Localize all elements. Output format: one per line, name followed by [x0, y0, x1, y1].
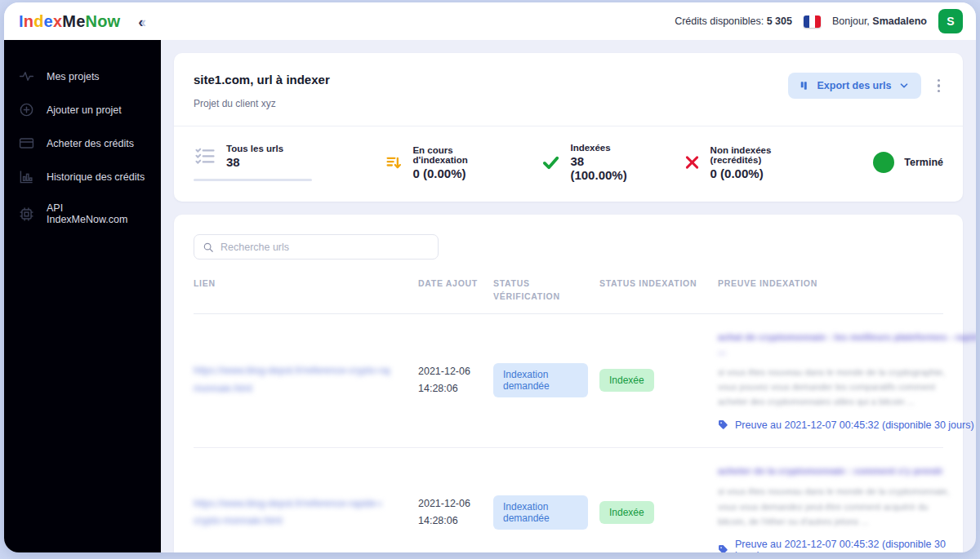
sidebar-item-label: Acheter des crédits	[47, 138, 134, 149]
user-name: Smadaleno	[872, 16, 927, 27]
main-content: site1.com, url à indexer Projet du clien…	[161, 40, 976, 552]
status-verification-cell: Indexation demandée	[493, 495, 599, 530]
urls-table: Lien Date ajout Status vérification Stat…	[194, 277, 943, 552]
logo-letter: w	[108, 12, 121, 30]
stat-value: 38 (100.00%)	[570, 154, 630, 182]
stat-value: 0 (0.00%)	[710, 166, 804, 180]
more-options-icon[interactable]	[934, 76, 944, 96]
status-indexation-cell: Indexée	[599, 501, 718, 524]
sidebar-item-api[interactable]: API IndexMeNow.com	[4, 195, 161, 233]
logo-letter: o	[97, 12, 107, 30]
column-header-lien: Lien	[194, 277, 418, 304]
check-icon	[541, 151, 560, 174]
proof-link[interactable]: Preuve au 2021-12-07 00:45:32 (disponibl…	[718, 419, 976, 431]
progress-bar	[194, 179, 312, 181]
proof-excerpt-redacted: si vous êtes nouveau dans le monde de la…	[718, 484, 956, 528]
stat-in-progress: En cours d'indexation 0 (0.00%)	[385, 145, 491, 180]
credits-available: Crédits disponibles: 5 305	[675, 16, 792, 27]
user-avatar[interactable]: S	[938, 9, 963, 33]
url-link-redacted[interactable]: https://www.blog-depot.fr/reference-cryp…	[194, 362, 418, 397]
logo-letter: N	[85, 12, 97, 30]
chevron-down-icon	[898, 80, 910, 91]
export-icon	[800, 80, 811, 91]
project-subtitle: Projet du client xyz	[194, 98, 330, 109]
table-header-row: Lien Date ajout Status vérification Stat…	[194, 277, 943, 314]
sidebar: Mes projets Ajouter un projet Acheter de…	[4, 40, 161, 552]
urls-table-card: Lien Date ajout Status vérification Stat…	[174, 215, 963, 552]
project-summary-card: site1.com, url à indexer Projet du clien…	[174, 53, 963, 202]
topbar: IndexMeNow ‹‹ Crédits disponibles: 5 305…	[4, 2, 976, 40]
activity-icon	[19, 69, 34, 84]
column-header-status-indexation: Status indexation	[599, 277, 718, 304]
status-label: Terminé	[904, 157, 943, 168]
app-window: IndexMeNow ‹‹ Crédits disponibles: 5 305…	[4, 2, 976, 552]
date-added: 2021-12-06 14:28:06	[418, 363, 493, 398]
sidebar-item-mes-projets[interactable]: Mes projets	[4, 61, 161, 91]
page-title: site1.com, url à indexer	[194, 73, 330, 87]
stat-label: Non indexées (recrédités)	[710, 145, 804, 165]
stat-status-done: Terminé	[873, 152, 943, 173]
user-greeting: Bonjour, Smadaleno	[832, 16, 927, 27]
stat-value: 0 (0.00%)	[412, 166, 491, 180]
proof-title-redacted: achat de cryptomonnaie : les meilleurs p…	[718, 331, 976, 360]
proof-indexation-cell: achat de cryptomonnaie : les meilleurs p…	[718, 326, 976, 436]
sidebar-item-label: Ajouter un projet	[47, 104, 122, 116]
date-added: 2021-12-06 14:28:06	[418, 495, 493, 530]
proof-link[interactable]: Preuve au 2021-12-07 00:45:32 (disponibl…	[718, 539, 956, 552]
stat-value: 38	[226, 155, 283, 169]
status-badge: Indexée	[599, 501, 654, 524]
status-verification-cell: Indexation demandée	[493, 363, 599, 397]
plus-circle-icon	[19, 102, 34, 118]
x-icon	[684, 152, 701, 173]
status-indexation-cell: Indexée	[599, 369, 718, 392]
stats-row: Tous les urls 38 En cours	[174, 126, 963, 202]
tag-icon	[718, 419, 728, 430]
language-flag-fr[interactable]	[804, 16, 821, 28]
sidebar-item-label: API IndexMeNow.com	[47, 202, 146, 225]
sidebar-item-ajouter-projet[interactable]: Ajouter un projet	[4, 95, 161, 125]
credits-value: 5 305	[767, 16, 792, 27]
proof-indexation-cell: acheter de la cryptomonnaie : comment s'…	[718, 459, 956, 552]
stat-label: En cours d'indexation	[412, 145, 491, 165]
indexmenow-logo[interactable]: IndexMeNow	[19, 12, 120, 31]
cpu-icon	[19, 206, 34, 222]
green-circle-icon	[873, 152, 894, 173]
search-icon	[203, 242, 214, 253]
sidebar-item-historique-credits[interactable]: Historique des crédits	[4, 162, 161, 192]
status-badge: Indexation demandée	[493, 495, 588, 530]
export-button-label: Export des urls	[817, 80, 892, 91]
stat-label: Indexées	[570, 143, 630, 153]
stat-indexed: Indexées 38 (100.00%)	[541, 143, 630, 182]
proof-title-redacted: acheter de la cryptomonnaie : comment s'…	[718, 464, 956, 479]
sidebar-collapse-icon[interactable]: ‹‹	[138, 14, 144, 29]
search-input[interactable]	[220, 242, 430, 253]
column-header-status-verification: Status vérification	[493, 277, 599, 304]
stat-label: Tous les urls	[226, 144, 283, 153]
export-urls-button[interactable]: Export des urls	[788, 73, 921, 99]
bar-chart-icon	[19, 169, 34, 184]
stat-not-indexed: Non indexées (recrédités) 0 (0.00%)	[684, 145, 804, 180]
logo-letter: M	[62, 12, 76, 30]
column-header-preuve-indexation: Preuve indexation	[718, 277, 943, 304]
url-link-redacted[interactable]: https://www.blog-depot.fr/reference-rapi…	[194, 495, 418, 530]
status-badge: Indexée	[599, 369, 654, 392]
sidebar-item-label: Mes projets	[47, 71, 100, 82]
logo-letter: x	[53, 12, 62, 30]
logo-letter: e	[76, 12, 85, 30]
credit-card-icon	[19, 135, 34, 151]
topbar-right: Crédits disponibles: 5 305 Bonjour, Smad…	[675, 9, 963, 33]
search-box	[194, 234, 439, 260]
sidebar-item-label: Historique des crédits	[47, 171, 145, 183]
sidebar-item-acheter-credits[interactable]: Acheter des crédits	[4, 128, 161, 158]
logo-letter: n	[24, 12, 33, 30]
stat-total-urls: Tous les urls 38	[194, 144, 349, 181]
status-badge: Indexation demandée	[493, 363, 588, 397]
table-row: https://www.blog-depot.fr/reference-cryp…	[194, 314, 943, 448]
table-row: https://www.blog-depot.fr/reference-rapi…	[194, 448, 943, 552]
sort-desc-icon	[385, 152, 403, 173]
tag-icon	[718, 544, 728, 552]
logo-letter: d	[33, 12, 43, 30]
checklist-icon	[194, 145, 216, 168]
logo-letter: e	[44, 12, 53, 30]
proof-excerpt-redacted: si vous êtes nouveau dans le monde de la…	[718, 365, 976, 409]
